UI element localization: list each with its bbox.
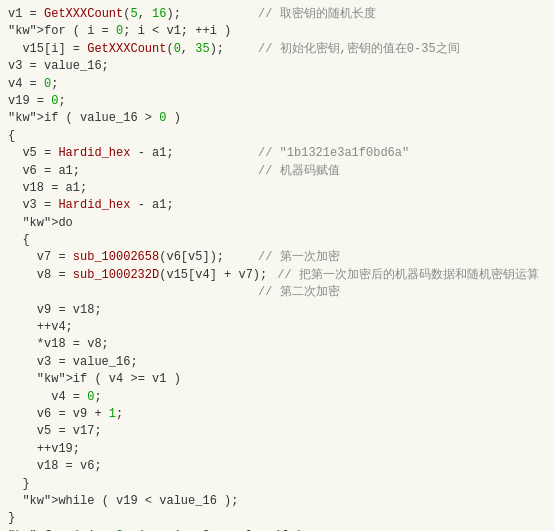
code-text: "kw">if ( v4 >= v1 ) (8, 371, 248, 388)
code-comment (248, 406, 546, 423)
table-row: v18 = a1; (8, 180, 546, 197)
table-row: v1 = GetXXXCount(5, 16);// 取密钥的随机长度 (8, 6, 546, 23)
table-row: v6 = v9 + 1; (8, 406, 546, 423)
code-comment (248, 319, 546, 336)
code-text: "kw">for ( i = 0; i < v1; ++i ) (8, 23, 248, 40)
code-comment (248, 458, 546, 475)
code-text: { (8, 128, 248, 145)
table-row: v15[i] = GetXXXCount(0, 35);// 初始化密钥,密钥的… (8, 41, 546, 58)
code-comment (248, 371, 546, 388)
code-comment (248, 302, 546, 319)
code-comment: // 第二次加密 (248, 284, 546, 301)
code-comment (248, 510, 546, 527)
code-text: v3 = value_16; (8, 58, 248, 75)
table-row: v19 = 0; (8, 93, 546, 110)
code-text: "kw">while ( v19 < value_16 ); (8, 493, 248, 510)
table-row: "kw">while ( v19 < value_16 ); (8, 493, 546, 510)
code-text: v8 = sub_1000232D(v15[v4] + v7); (8, 267, 267, 284)
table-row: "kw">if ( value_16 > 0 ) (8, 110, 546, 127)
code-comment (248, 93, 546, 110)
code-text: "kw">if ( value_16 > 0 ) (8, 110, 248, 127)
code-comment: // 初始化密钥,密钥的值在0-35之间 (248, 41, 546, 58)
code-text: v18 = v6; (8, 458, 248, 475)
code-comment (248, 23, 546, 40)
code-text: { (8, 232, 248, 249)
code-text: v4 = 0; (8, 389, 248, 406)
code-text: v5 = Hardid_hex - a1; (8, 145, 248, 162)
code-comment (248, 336, 546, 353)
code-comment (248, 128, 546, 145)
code-text: "kw">do (8, 215, 248, 232)
code-text: v15[i] = GetXXXCount(0, 35); (8, 41, 248, 58)
code-text: } (8, 476, 248, 493)
table-row: v3 = value_16; (8, 58, 546, 75)
code-comment (248, 493, 546, 510)
code-comment: // 机器码赋值 (248, 163, 546, 180)
table-row: ++v19; (8, 441, 546, 458)
table-row: "kw">do (8, 215, 546, 232)
table-row: v3 = Hardid_hex - a1; (8, 197, 546, 214)
table-row: v5 = v17; (8, 423, 546, 440)
code-lines: v1 = GetXXXCount(5, 16);// 取密钥的随机长度"kw">… (8, 6, 546, 531)
code-comment: // 取密钥的随机长度 (248, 6, 546, 23)
code-text: *v18 = v8; (8, 336, 248, 353)
code-comment (248, 180, 546, 197)
table-row: // 第二次加密 (8, 284, 546, 301)
table-row: v4 = 0; (8, 76, 546, 93)
code-text: v3 = Hardid_hex - a1; (8, 197, 248, 214)
code-comment (248, 197, 546, 214)
table-row: "kw">if ( v4 >= v1 ) (8, 371, 546, 388)
code-text: v19 = 0; (8, 93, 248, 110)
code-comment (248, 110, 546, 127)
table-row: v3 = value_16; (8, 354, 546, 371)
code-container: v1 = GetXXXCount(5, 16);// 取密钥的随机长度"kw">… (0, 0, 554, 531)
table-row: v7 = sub_10002658(v6[v5]);// 第一次加密 (8, 249, 546, 266)
table-row: v9 = v18; (8, 302, 546, 319)
table-row: { (8, 232, 546, 249)
code-comment (248, 389, 546, 406)
code-text: ++v4; (8, 319, 248, 336)
table-row: *v18 = v8; (8, 336, 546, 353)
code-comment (248, 441, 546, 458)
table-row: v6 = a1;// 机器码赋值 (8, 163, 546, 180)
table-row: ++v4; (8, 319, 546, 336)
code-text: v3 = value_16; (8, 354, 248, 371)
code-text: } (8, 510, 248, 527)
code-text: v6 = a1; (8, 163, 248, 180)
code-comment (248, 58, 546, 75)
code-comment (248, 215, 546, 232)
table-row: } (8, 476, 546, 493)
code-comment: // "1b1321e3a1f0bd6a" (248, 145, 546, 162)
code-text: v1 = GetXXXCount(5, 16); (8, 6, 248, 23)
table-row: v8 = sub_1000232D(v15[v4] + v7);// 把第一次加… (8, 267, 546, 284)
code-comment: // 把第一次加密后的机器码数据和随机密钥运算 (267, 267, 546, 284)
table-row: v5 = Hardid_hex - a1;// "1b1321e3a1f0bd6… (8, 145, 546, 162)
table-row: "kw">for ( i = 0; i < v1; ++i ) (8, 23, 546, 40)
code-text: v6 = v9 + 1; (8, 406, 248, 423)
code-comment (248, 354, 546, 371)
code-comment (248, 476, 546, 493)
code-comment: // 第一次加密 (248, 249, 546, 266)
code-text: v5 = v17; (8, 423, 248, 440)
code-comment (248, 232, 546, 249)
code-text: v7 = sub_10002658(v6[v5]); (8, 249, 248, 266)
code-comment (248, 423, 546, 440)
code-comment (248, 76, 546, 93)
table-row: } (8, 510, 546, 527)
code-text: v18 = a1; (8, 180, 248, 197)
table-row: v4 = 0; (8, 389, 546, 406)
table-row: v18 = v6; (8, 458, 546, 475)
code-text (8, 284, 248, 301)
code-text: v4 = 0; (8, 76, 248, 93)
code-text: ++v19; (8, 441, 248, 458)
code-text: v9 = v18; (8, 302, 248, 319)
table-row: { (8, 128, 546, 145)
